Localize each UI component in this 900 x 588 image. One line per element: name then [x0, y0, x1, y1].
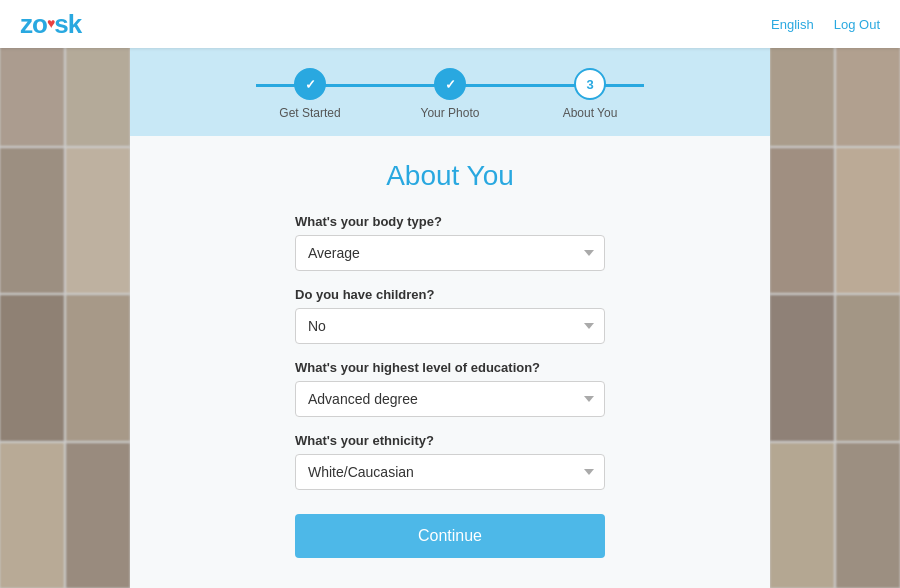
- progress-bar: Get Started Your Photo 3 About You: [240, 68, 660, 120]
- ethnicity-group: What's your ethnicity? White/Caucasian B…: [295, 433, 605, 490]
- logo-heart-icon: ♥: [47, 15, 54, 31]
- step-3-number: 3: [586, 77, 593, 92]
- children-label: Do you have children?: [295, 287, 605, 302]
- progress-section: Get Started Your Photo 3 About You: [130, 48, 770, 136]
- body-type-label: What's your body type?: [295, 214, 605, 229]
- form-inner: What's your body type? Average Slim Athl…: [295, 214, 605, 558]
- education-group: What's your highest level of education? …: [295, 360, 605, 417]
- ethnicity-select[interactable]: White/Caucasian Black/African descent Ea…: [295, 454, 605, 490]
- step-1-label: Get Started: [279, 106, 340, 120]
- step-2-check: [445, 77, 456, 92]
- step-3-label: About You: [563, 106, 618, 120]
- logo: zo♥sk: [20, 9, 81, 40]
- education-select[interactable]: Advanced degree College/University Some …: [295, 381, 605, 417]
- language-link[interactable]: English: [771, 17, 814, 32]
- education-label: What's your highest level of education?: [295, 360, 605, 375]
- navbar: zo♥sk English Log Out: [0, 0, 900, 48]
- step-get-started: Get Started: [240, 68, 380, 120]
- step-2-circle: [434, 68, 466, 100]
- body-type-select[interactable]: Average Slim Athletic Curvy A few extra …: [295, 235, 605, 271]
- nav-links: English Log Out: [771, 17, 880, 32]
- step-1-check: [305, 77, 316, 92]
- bg-right: [770, 0, 900, 588]
- children-group: Do you have children? No Yes Yes, but th…: [295, 287, 605, 344]
- step-3-circle: 3: [574, 68, 606, 100]
- bg-left: [0, 0, 130, 588]
- body-type-group: What's your body type? Average Slim Athl…: [295, 214, 605, 271]
- page-title: About You: [386, 160, 514, 192]
- form-section: About You What's your body type? Average…: [130, 136, 770, 588]
- continue-button[interactable]: Continue: [295, 514, 605, 558]
- step-2-label: Your Photo: [421, 106, 480, 120]
- children-select[interactable]: No Yes Yes, but they don't live with me …: [295, 308, 605, 344]
- ethnicity-label: What's your ethnicity?: [295, 433, 605, 448]
- step-your-photo: Your Photo: [380, 68, 520, 120]
- step-about-you: 3 About You: [520, 68, 660, 120]
- logout-link[interactable]: Log Out: [834, 17, 880, 32]
- main-content: Get Started Your Photo 3 About You About…: [130, 48, 770, 588]
- step-1-circle: [294, 68, 326, 100]
